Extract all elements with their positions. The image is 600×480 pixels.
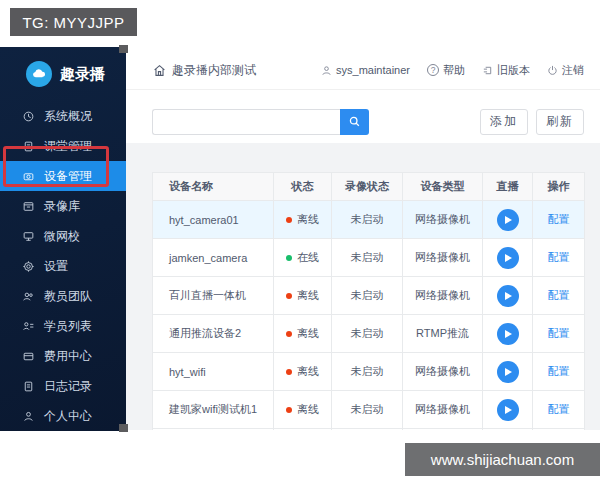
configure-link[interactable]: 配置	[548, 250, 570, 265]
actions-cell: 配置	[533, 353, 584, 391]
play-live-button[interactable]	[497, 399, 519, 421]
device-type: RTMP推流	[403, 315, 483, 353]
current-user[interactable]: sys_maintainer	[321, 64, 410, 76]
app-title: 趣录播	[60, 65, 105, 84]
sidebar-item-7[interactable]: 教员团队	[0, 281, 126, 311]
live-cell	[483, 277, 533, 315]
play-live-button[interactable]	[497, 209, 519, 231]
sidebar-item-label: 录像库	[44, 198, 80, 215]
configure-link[interactable]: 配置	[548, 402, 570, 417]
play-live-button[interactable]	[497, 285, 519, 307]
live-cell	[483, 201, 533, 239]
configure-link[interactable]: 配置	[548, 212, 570, 227]
play-icon	[505, 254, 512, 262]
play-live-button[interactable]	[497, 247, 519, 269]
sidebar-item-2[interactable]: 课堂管理	[0, 131, 126, 161]
live-cell	[483, 239, 533, 277]
sidebar-item-label: 微网校	[44, 228, 80, 245]
table-row: hyt_camera01离线未启动网络摄像机配置	[153, 201, 584, 239]
sidebar-item-5[interactable]: 微网校	[0, 221, 126, 251]
refresh-button[interactable]: 刷新	[536, 109, 584, 135]
configure-link[interactable]: 配置	[548, 288, 570, 303]
sidebar-item-3[interactable]: 设备管理	[0, 161, 126, 191]
students-icon	[22, 320, 35, 333]
column-header: 状态	[274, 173, 332, 201]
device-status: 离线	[274, 391, 332, 429]
offline-dot-icon	[286, 217, 292, 223]
sidebar: 趣录播 系统概况课堂管理设备管理录像库微网校设置教员团队学员列表费用中心日志记录…	[0, 47, 126, 431]
sidebar-item-label: 课堂管理	[44, 138, 92, 155]
device-status: 离线	[274, 315, 332, 353]
offline-dot-icon	[286, 369, 292, 375]
sidebar-item-label: 教员团队	[44, 288, 92, 305]
play-live-button[interactable]	[497, 323, 519, 345]
home-icon	[153, 64, 166, 77]
table-row: jamken_camera在线未启动网络摄像机配置	[153, 239, 584, 277]
sidebar-item-9[interactable]: 费用中心	[0, 341, 126, 371]
sidebar-item-6[interactable]: 设置	[0, 251, 126, 281]
table-header-row: 设备名称状态录像状态设备类型直播操作	[153, 173, 584, 201]
configure-link[interactable]: 配置	[548, 364, 570, 379]
recordings-icon	[22, 200, 35, 213]
device-status: 离线	[274, 201, 332, 239]
online-dot-icon	[286, 255, 292, 261]
page: TG: MYYJJPP 趣录播 系统概况课堂管理设备管理录像库微网校设置教员团队…	[0, 0, 600, 480]
top-header: 趣录播内部测试 sys_maintainer ? 帮助 旧版本 注销	[126, 47, 600, 90]
user-icon	[321, 65, 332, 76]
search-button[interactable]	[340, 109, 369, 135]
old-version-link[interactable]: 旧版本	[482, 63, 530, 78]
sidebar-menu: 系统概况课堂管理设备管理录像库微网校设置教员团队学员列表费用中心日志记录个人中心	[0, 101, 126, 431]
table-row: 通用推流设备2离线未启动RTMP推流配置	[153, 315, 584, 353]
live-cell	[483, 315, 533, 353]
configure-link[interactable]: 配置	[548, 326, 570, 341]
device-name: hyt_camera01	[153, 201, 274, 239]
profile-icon	[22, 410, 35, 423]
offline-dot-icon	[286, 407, 292, 413]
live-cell	[483, 391, 533, 429]
breadcrumb: 趣录播内部测试	[153, 62, 256, 79]
device-name: 通用推流设备2	[153, 315, 274, 353]
school-icon	[22, 230, 35, 243]
play-icon	[505, 216, 512, 224]
offline-dot-icon	[286, 331, 292, 337]
search-input[interactable]	[152, 109, 340, 135]
sidebar-item-label: 费用中心	[44, 348, 92, 365]
column-header: 设备类型	[403, 173, 483, 201]
logout-link[interactable]: 注销	[547, 63, 584, 78]
device-type: 网络摄像机	[403, 277, 483, 315]
sidebar-item-8[interactable]: 学员列表	[0, 311, 126, 341]
search-icon	[348, 115, 361, 128]
recording-status: 未启动	[332, 391, 403, 429]
help-icon: ?	[427, 64, 439, 76]
screenshot-handle-bottom	[119, 424, 128, 432]
sidebar-item-11[interactable]: 个人中心	[0, 401, 126, 431]
column-header: 操作	[533, 173, 584, 201]
sidebar-item-1[interactable]: 系统概况	[0, 101, 126, 131]
actions-cell: 配置	[533, 239, 584, 277]
play-live-button[interactable]	[497, 361, 519, 383]
device-name: 建凯家wifi测试机1	[153, 391, 274, 429]
add-button[interactable]: 添加	[480, 109, 528, 135]
classroom-icon	[22, 140, 35, 153]
content-area: 设备名称状态录像状态设备类型直播操作hyt_camera01离线未启动网络摄像机…	[126, 143, 600, 430]
logs-icon	[22, 380, 35, 393]
teachers-icon	[22, 290, 35, 303]
device-type: 网络摄像机	[403, 239, 483, 277]
play-icon	[505, 406, 512, 414]
sidebar-item-label: 设置	[44, 258, 68, 275]
live-cell	[483, 353, 533, 391]
device-status: 离线	[274, 277, 332, 315]
recording-status: 未启动	[332, 239, 403, 277]
actions-cell: 配置	[533, 201, 584, 239]
sidebar-item-10[interactable]: 日志记录	[0, 371, 126, 401]
old-version-icon	[482, 65, 493, 76]
device-status: 在线	[274, 239, 332, 277]
recording-status: 未启动	[332, 201, 403, 239]
play-icon	[505, 292, 512, 300]
dashboard-icon	[22, 110, 35, 123]
column-header: 录像状态	[332, 173, 403, 201]
sidebar-item-4[interactable]: 录像库	[0, 191, 126, 221]
device-name: jamken_camera	[153, 239, 274, 277]
actions-cell: 配置	[533, 277, 584, 315]
help-link[interactable]: ? 帮助	[427, 63, 465, 78]
